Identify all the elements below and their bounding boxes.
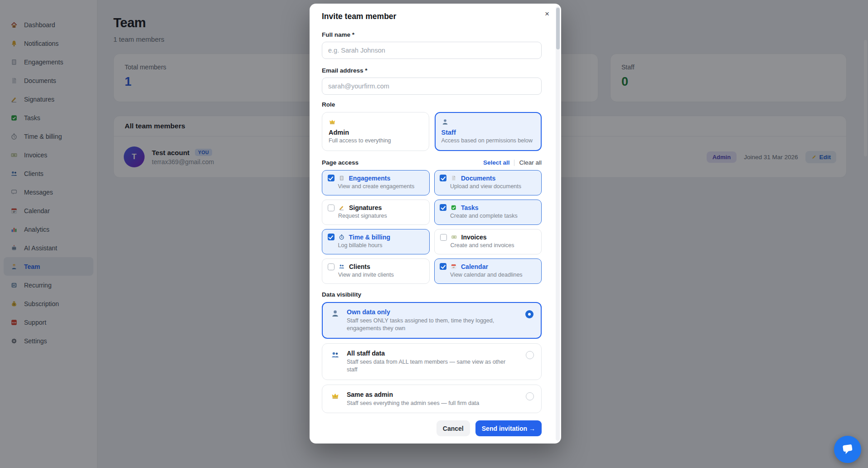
data-visibility-label: Data visibility <box>322 291 542 298</box>
role-option-admin[interactable]: AdminFull access to everything <box>322 112 429 151</box>
page-access-name: Clients <box>349 263 370 270</box>
page-access-name: Calendar <box>461 263 488 270</box>
data-visibility-option-same-as-admin[interactable]: Same as adminStaff sees everything the a… <box>322 385 542 414</box>
data-visibility-option-own-data-only[interactable]: Own data onlyStaff sees ONLY tasks assig… <box>322 302 542 339</box>
task-check-icon <box>450 205 457 211</box>
page-access-card-time-billing[interactable]: Time & billingLog billable hours <box>322 229 430 254</box>
users-bust-icon <box>330 350 340 374</box>
user-bust-icon <box>441 117 535 127</box>
checkbox[interactable] <box>328 205 335 211</box>
page-access-card-engagements[interactable]: EngagementsView and create engagements <box>322 170 430 195</box>
role-options: AdminFull access to everythingStaffAcces… <box>322 112 542 151</box>
select-all-link[interactable]: Select all <box>483 159 510 166</box>
page-access-name: Documents <box>461 175 495 182</box>
page-access-name: Engagements <box>349 175 391 182</box>
page-access-grid: EngagementsView and create engagementsDo… <box>322 170 542 284</box>
close-icon[interactable]: × <box>545 10 549 18</box>
data-visibility-desc: Staff sees everything the admin sees — f… <box>347 400 479 407</box>
checkbox[interactable] <box>440 175 446 181</box>
checkbox[interactable] <box>328 263 335 270</box>
data-visibility-name: All staff data <box>347 350 515 357</box>
clear-all-link[interactable]: Clear all <box>519 159 542 166</box>
page-access-name: Tasks <box>461 204 479 211</box>
page-access-desc: Upload and view documents <box>450 183 536 190</box>
data-visibility-desc: Staff sees data from ALL team members — … <box>347 358 515 374</box>
full-name-input[interactable] <box>322 42 542 59</box>
svg-text:17: 17 <box>453 266 455 268</box>
radio[interactable] <box>526 392 534 400</box>
banknote-icon <box>451 234 458 240</box>
data-visibility-options: Own data onlyStaff sees ONLY tasks assig… <box>322 302 542 413</box>
page-access-name: Invoices <box>461 234 487 241</box>
page-access-desc: Create and complete tasks <box>450 213 536 219</box>
radio[interactable] <box>526 351 534 359</box>
page-access-card-clients[interactable]: ClientsView and invite clients <box>322 258 430 284</box>
page-access-desc: View calendar and deadlines <box>450 272 536 278</box>
page-access-card-documents[interactable]: DocumentsUpload and view documents <box>434 170 542 195</box>
checkbox[interactable] <box>328 234 335 240</box>
modal-scrollbar-thumb[interactable] <box>556 8 560 49</box>
checkbox[interactable] <box>440 234 447 241</box>
checkbox[interactable] <box>440 204 446 211</box>
page-access-desc: Log billable hours <box>338 242 424 249</box>
page-access-desc: Request signatures <box>338 213 424 219</box>
page-access-name: Time & billing <box>349 234 391 241</box>
role-option-name: Staff <box>441 129 535 136</box>
page-icon <box>450 175 457 181</box>
chat-widget-button[interactable] <box>834 436 861 463</box>
data-visibility-desc: Staff sees ONLY tasks assigned to them, … <box>347 317 515 332</box>
page-access-card-signatures[interactable]: SignaturesRequest signatures <box>322 200 430 225</box>
pen-icon <box>338 205 345 211</box>
users-icon <box>338 263 345 270</box>
send-invitation-button[interactable]: Send invitation → <box>475 420 542 436</box>
page-access-card-calendar[interactable]: 17CalendarView calendar and deadlines <box>434 258 542 284</box>
calendar-icon: 17 <box>450 263 457 270</box>
page-access-desc: Create and send invoices <box>451 242 536 249</box>
modal-scrollbar <box>556 6 560 441</box>
page-access-desc: View and create engagements <box>338 183 424 190</box>
crown-icon <box>329 117 422 127</box>
radio[interactable] <box>525 310 533 318</box>
divider <box>514 160 514 166</box>
role-option-name: Admin <box>329 129 422 136</box>
page-access-label: Page access <box>322 159 359 166</box>
email-input[interactable] <box>322 78 542 95</box>
role-label: Role <box>322 101 542 108</box>
checkbox[interactable] <box>440 263 446 270</box>
email-label: Email address * <box>322 67 542 74</box>
data-visibility-name: Own data only <box>347 308 515 316</box>
cancel-button[interactable]: Cancel <box>436 420 470 436</box>
checkbox[interactable] <box>328 175 335 181</box>
data-visibility-name: Same as admin <box>347 391 479 398</box>
page-access-desc: View and invite clients <box>338 272 424 278</box>
role-option-staff[interactable]: StaffAccess based on permissions below <box>435 112 542 151</box>
modal-title: Invite team member <box>322 12 542 21</box>
crown-icon <box>330 391 340 407</box>
page-access-card-invoices[interactable]: InvoicesCreate and send invoices <box>434 229 542 254</box>
data-visibility-option-all-staff-data[interactable]: All staff dataStaff sees data from ALL t… <box>322 343 542 380</box>
page-access-name: Signatures <box>349 204 382 211</box>
invite-team-member-modal: Invite team member × Full name * Email a… <box>310 4 561 444</box>
full-name-label: Full name * <box>322 31 542 38</box>
chat-bubble-icon <box>840 441 855 458</box>
role-option-desc: Access based on permissions below <box>441 137 535 144</box>
user-bust-icon <box>330 308 340 332</box>
page-access-card-tasks[interactable]: TasksCreate and complete tasks <box>434 200 542 225</box>
clipboard-icon <box>338 175 345 181</box>
timer-blue-icon <box>338 234 345 240</box>
role-option-desc: Full access to everything <box>329 137 422 144</box>
